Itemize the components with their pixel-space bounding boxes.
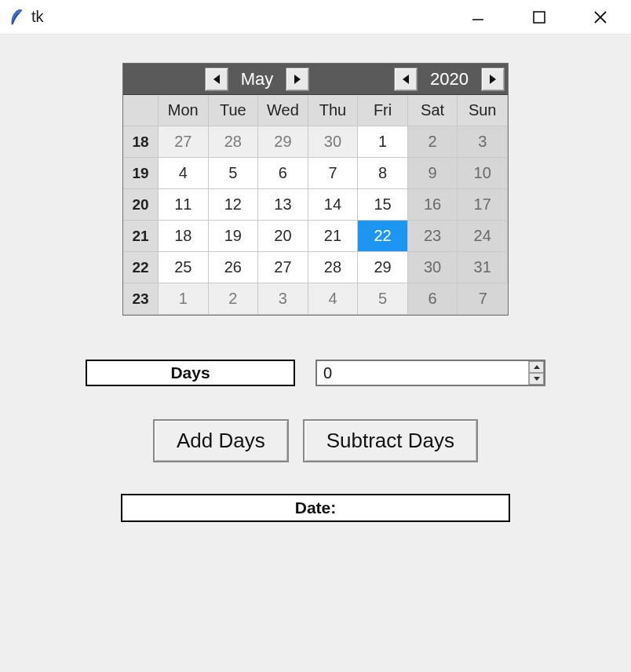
day-header: Sun	[458, 95, 508, 126]
spin-buttons	[528, 361, 544, 385]
day-cell[interactable]: 30	[308, 126, 359, 158]
day-cell[interactable]: 11	[159, 189, 209, 221]
day-header: Wed	[258, 95, 308, 126]
triangle-left-icon	[403, 75, 409, 84]
day-cell[interactable]: 22	[358, 221, 408, 252]
day-cell[interactable]: 25	[159, 252, 209, 283]
day-cell[interactable]: 19	[209, 221, 259, 252]
triangle-right-icon	[490, 75, 496, 84]
window-titlebar: tk	[0, 0, 631, 35]
calendar-widget: May 2020 MonTueWedThuFriSatSun1827282930…	[122, 63, 509, 316]
day-header: Sat	[408, 95, 458, 126]
day-cell[interactable]: 29	[258, 126, 308, 158]
day-cell[interactable]: 17	[458, 189, 508, 221]
day-cell[interactable]: 21	[308, 221, 359, 252]
day-cell[interactable]: 27	[159, 126, 209, 158]
triangle-right-icon	[294, 75, 301, 84]
days-label-box: Days	[86, 360, 295, 386]
day-cell[interactable]: 31	[458, 252, 508, 283]
week-number: 22	[123, 252, 159, 283]
tk-feather-icon	[8, 9, 25, 26]
day-cell[interactable]: 15	[358, 189, 408, 221]
triangle-down-icon	[534, 377, 540, 381]
prev-month-button[interactable]	[205, 68, 228, 91]
day-cell[interactable]: 10	[458, 158, 508, 189]
calendar-grid: MonTueWedThuFriSatSun1827282930123194567…	[123, 95, 508, 315]
day-cell[interactable]: 3	[258, 283, 308, 315]
window-controls	[447, 0, 631, 34]
week-number: 20	[123, 189, 159, 221]
day-cell[interactable]: 26	[209, 252, 259, 283]
day-cell[interactable]: 27	[258, 252, 308, 283]
date-output-label: Date:	[295, 499, 337, 517]
day-cell[interactable]: 4	[159, 158, 209, 189]
week-number: 23	[123, 283, 159, 315]
add-days-button[interactable]: Add Days	[153, 419, 289, 462]
calendar-header: May 2020	[123, 64, 508, 95]
days-row: Days	[86, 360, 545, 386]
day-cell[interactable]: 1	[358, 126, 408, 158]
calendar-corner	[123, 95, 159, 126]
day-header: Tue	[209, 95, 259, 126]
day-cell[interactable]: 4	[308, 283, 359, 315]
day-cell[interactable]: 2	[408, 126, 458, 158]
day-cell[interactable]: 20	[258, 221, 308, 252]
prev-year-button[interactable]	[394, 68, 418, 91]
day-header: Fri	[358, 95, 408, 126]
maximize-button[interactable]	[509, 0, 570, 34]
days-spinbox[interactable]	[316, 360, 545, 386]
days-spin-input[interactable]	[317, 361, 528, 385]
year-label: 2020	[421, 69, 478, 89]
day-cell[interactable]: 24	[458, 221, 508, 252]
day-cell[interactable]: 14	[308, 189, 359, 221]
svg-rect-1	[534, 12, 545, 23]
day-cell[interactable]: 5	[358, 283, 408, 315]
client-area: May 2020 MonTueWedThuFriSatSun1827282930…	[0, 35, 631, 672]
day-cell[interactable]: 8	[358, 158, 408, 189]
day-cell[interactable]: 3	[458, 126, 508, 158]
week-number: 18	[123, 126, 159, 158]
day-header: Mon	[159, 95, 209, 126]
day-cell[interactable]: 12	[209, 189, 259, 221]
day-cell[interactable]: 13	[258, 189, 308, 221]
day-cell[interactable]: 6	[258, 158, 308, 189]
buttons-row: Add Days Subtract Days	[153, 419, 478, 462]
next-year-button[interactable]	[481, 68, 505, 91]
subtract-days-button[interactable]: Subtract Days	[303, 419, 478, 462]
week-number: 19	[123, 158, 159, 189]
day-cell[interactable]: 18	[159, 221, 209, 252]
day-cell[interactable]: 30	[408, 252, 458, 283]
day-cell[interactable]: 28	[209, 126, 259, 158]
day-cell[interactable]: 6	[408, 283, 458, 315]
close-button[interactable]	[570, 0, 631, 34]
minimize-button[interactable]	[447, 0, 509, 34]
triangle-left-icon	[213, 75, 220, 84]
day-cell[interactable]: 23	[408, 221, 458, 252]
day-cell[interactable]: 29	[358, 252, 408, 283]
day-header: Thu	[308, 95, 359, 126]
day-cell[interactable]: 1	[159, 283, 209, 315]
day-cell[interactable]: 9	[408, 158, 458, 189]
days-label: Days	[170, 363, 210, 382]
date-output-box: Date:	[121, 494, 510, 522]
day-cell[interactable]: 7	[308, 158, 359, 189]
spin-down-button[interactable]	[529, 373, 544, 385]
triangle-up-icon	[534, 365, 540, 369]
day-cell[interactable]: 7	[458, 283, 508, 315]
day-cell[interactable]: 5	[209, 158, 259, 189]
week-number: 21	[123, 221, 159, 252]
day-cell[interactable]: 2	[209, 283, 259, 315]
window-title: tk	[31, 8, 44, 26]
day-cell[interactable]: 28	[308, 252, 359, 283]
next-month-button[interactable]	[286, 68, 309, 91]
month-label: May	[232, 69, 283, 89]
spin-up-button[interactable]	[529, 361, 544, 373]
day-cell[interactable]: 16	[408, 189, 458, 221]
